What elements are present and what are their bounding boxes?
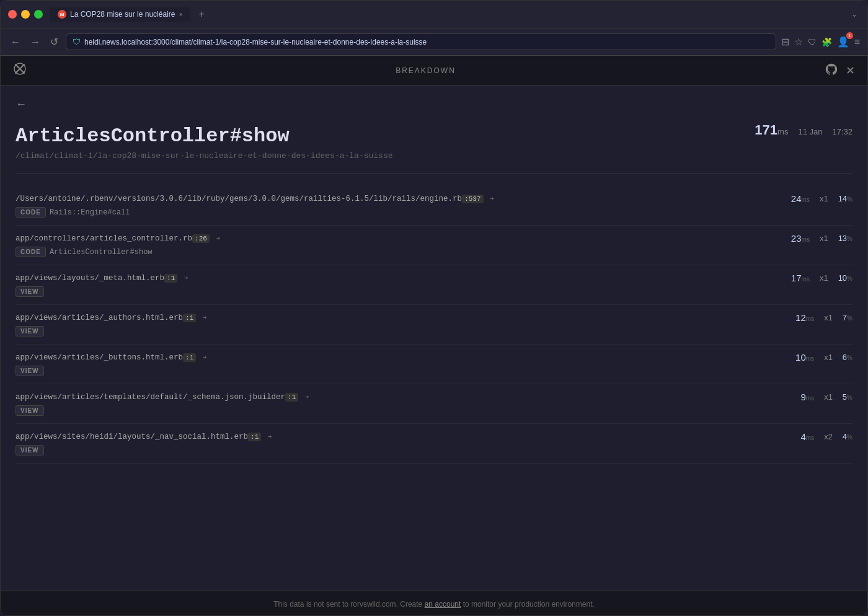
list-item: app/views/articles/templates/default/_sc…	[16, 384, 852, 424]
panel-header-actions: ✕	[825, 63, 855, 79]
reader-view-icon[interactable]: ⊟	[781, 36, 789, 48]
item-label-row: VIEW	[16, 286, 852, 297]
page-header-row: ArticlesController#show /climat/climat-1…	[16, 117, 852, 161]
nav-actions: ⊟ ☆ 🛡 🧩 👤1 ≡	[781, 36, 860, 48]
item-count: x1	[824, 313, 833, 322]
item-path-row: app/controllers/articles_controller.rb:2…	[16, 233, 852, 244]
list-item: app/views/layouts/_meta.html.erb:1 ➜ 17m…	[16, 265, 852, 305]
item-badge: VIEW	[16, 445, 44, 455]
list-item: app/views/articles/_buttons.html.erb:1 ➜…	[16, 345, 852, 384]
item-path[interactable]: /Users/antoine/.rbenv/versions/3.0.6/lib…	[16, 195, 494, 203]
item-label-row: VIEW	[16, 326, 852, 337]
active-tab[interactable]: M La COP28 mise sur le nucléaire ×	[50, 7, 190, 22]
item-badge: VIEW	[16, 286, 44, 297]
item-percent: 14%	[838, 194, 852, 203]
item-label-row: VIEW	[16, 405, 852, 416]
item-label-row: VIEW	[16, 366, 852, 376]
menu-icon[interactable]: ≡	[854, 37, 860, 48]
item-percent: 6%	[843, 353, 852, 362]
item-path-row: /Users/antoine/.rbenv/versions/3.0.6/lib…	[16, 193, 852, 204]
item-badge: VIEW	[16, 366, 44, 376]
item-stats: 24ms x1 14%	[791, 193, 852, 204]
item-path-row: app/views/layouts/_meta.html.erb:1 ➜ 17m…	[16, 273, 852, 283]
item-label-row: CODE Rails::Engine#call	[16, 207, 852, 218]
forward-button[interactable]: →	[28, 35, 43, 49]
close-traffic-light[interactable]	[8, 10, 17, 19]
item-stats: 4ms x2 4%	[800, 431, 852, 442]
list-item: app/controllers/articles_controller.rb:2…	[16, 226, 852, 265]
item-path-row: app/views/articles/templates/default/_sc…	[16, 392, 852, 402]
item-path[interactable]: app/controllers/articles_controller.rb:2…	[16, 234, 220, 243]
item-duration: 12ms	[795, 312, 814, 323]
account-icon[interactable]: 👤1	[837, 36, 849, 48]
item-count: x1	[820, 234, 828, 243]
panel-footer: This data is not sent to rorvswild.com. …	[1, 591, 867, 616]
reload-button[interactable]: ↺	[48, 35, 61, 49]
github-link[interactable]	[825, 63, 838, 79]
item-percent: 5%	[843, 392, 852, 402]
bookmark-icon[interactable]: ☆	[794, 36, 803, 48]
page-title: ArticlesController#show	[16, 125, 393, 147]
item-stats: 12ms x1 7%	[795, 312, 852, 323]
url-text: heidi.news.localhost:3000/climat/climat-…	[84, 38, 427, 46]
item-count: x1	[824, 353, 833, 362]
maximize-traffic-light[interactable]	[34, 10, 43, 19]
page-stats: 171ms 11 Jan 17:32	[755, 117, 852, 138]
list-item: /Users/antoine/.rbenv/versions/3.0.6/lib…	[16, 186, 852, 226]
footer-link[interactable]: an account	[425, 600, 461, 609]
divider	[16, 173, 852, 174]
item-path[interactable]: app/views/articles/templates/default/_sc…	[16, 393, 309, 402]
security-shield-icon: 🛡	[73, 37, 81, 46]
item-percent: 13%	[838, 234, 852, 243]
item-percent: 7%	[843, 313, 852, 322]
item-duration: 9ms	[800, 392, 814, 402]
item-path-row: app/views/sites/heidi/layouts/_nav_socia…	[16, 431, 852, 442]
item-count: x2	[824, 432, 833, 441]
item-label-row: CODE ArticlesController#show	[16, 247, 852, 257]
item-badge: CODE	[16, 207, 46, 218]
notification-badge: 1	[846, 32, 852, 39]
panel-header: BREAKDOWN ✕	[1, 56, 867, 86]
page-time: 17:32	[832, 127, 852, 136]
panel-content: ← ArticlesController#show /climat/climat…	[1, 86, 867, 591]
item-duration: 23ms	[791, 233, 810, 244]
tab-bar: M La COP28 mise sur le nucléaire × + ⌄	[50, 6, 860, 23]
back-button[interactable]: ←	[8, 35, 23, 49]
list-item: app/views/sites/heidi/layouts/_nav_socia…	[16, 424, 852, 464]
item-duration: 4ms	[800, 431, 814, 442]
item-count: x1	[824, 392, 833, 402]
panel: BREAKDOWN ✕ ← ArticlesController#show /c…	[1, 56, 867, 616]
title-bar: M La COP28 mise sur le nucléaire × + ⌄	[1, 1, 867, 28]
extensions-icon[interactable]: 🧩	[822, 37, 832, 47]
panel-title: BREAKDOWN	[396, 66, 456, 75]
tab-close-button[interactable]: ×	[179, 11, 182, 18]
panel-logo	[13, 62, 27, 79]
item-path[interactable]: app/views/layouts/_meta.html.erb:1 ➜	[16, 274, 188, 283]
item-path[interactable]: app/views/articles/_authors.html.erb:1 ➜	[16, 314, 206, 322]
item-badge: CODE	[16, 247, 46, 257]
item-stats: 23ms x1 13%	[791, 233, 852, 244]
footer-text-prefix: This data is not sent to rorvswild.com. …	[273, 600, 422, 609]
new-tab-button[interactable]: +	[193, 6, 211, 23]
item-path[interactable]: app/views/articles/_buttons.html.erb:1 ➜	[16, 353, 206, 362]
item-percent: 10%	[838, 273, 852, 283]
tab-collapse-button[interactable]: ⌄	[851, 10, 857, 19]
item-percent: 4%	[843, 432, 852, 441]
page-subtitle: /climat/climat-1/la-cop28-mise-sur-le-nu…	[16, 151, 393, 161]
duration-value: 171	[755, 122, 777, 138]
shields-icon[interactable]: 🛡	[808, 37, 817, 47]
close-panel-icon[interactable]: ✕	[846, 64, 855, 77]
item-path[interactable]: app/views/sites/heidi/layouts/_nav_socia…	[16, 433, 272, 441]
url-bar[interactable]: 🛡 heidi.news.localhost:3000/climat/clima…	[66, 33, 776, 50]
item-label: Rails::Engine#call	[50, 208, 130, 217]
item-count: x1	[820, 273, 828, 283]
item-duration: 24ms	[791, 193, 810, 204]
back-button-panel[interactable]: ←	[16, 98, 27, 111]
item-path-row: app/views/articles/_authors.html.erb:1 ➜…	[16, 312, 852, 323]
page-date: 11 Jan	[798, 127, 822, 136]
traffic-lights	[8, 10, 43, 19]
items-list: /Users/antoine/.rbenv/versions/3.0.6/lib…	[16, 186, 852, 464]
minimize-traffic-light[interactable]	[21, 10, 30, 19]
footer-text-suffix2: to monitor your production environment.	[463, 600, 595, 609]
tab-label: La COP28 mise sur le nucléaire	[70, 10, 175, 19]
